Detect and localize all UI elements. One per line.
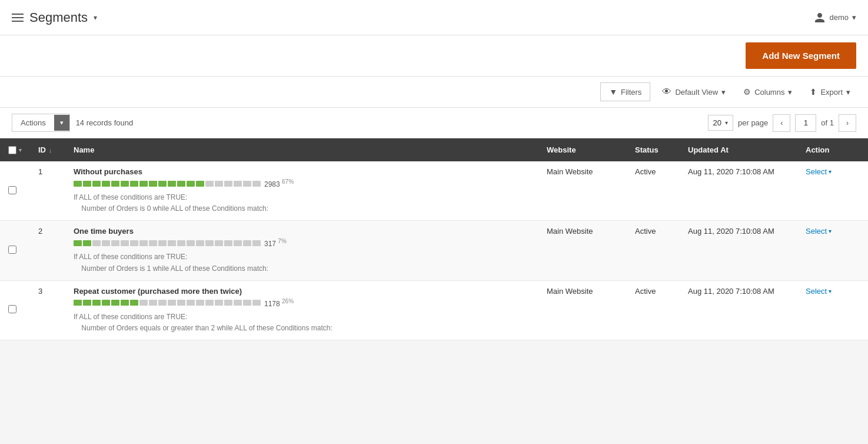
progress-bar-track [74, 240, 261, 246]
row-status: Active [627, 161, 680, 221]
columns-dropdown-arrow: ▾ [788, 88, 792, 97]
progress-empty-segment [215, 181, 223, 187]
segment-count: 2983 67% [264, 178, 294, 188]
progress-empty-segment [205, 240, 214, 246]
progress-empty-segment [252, 240, 261, 246]
page-total: of 1 [821, 118, 834, 127]
row-checkbox[interactable] [8, 186, 16, 194]
progress-empty-segment [224, 240, 232, 246]
actions-dropdown[interactable]: Actions ▾ [12, 114, 70, 132]
progress-filled-segment [83, 181, 91, 187]
row-website: Main Website [538, 221, 627, 280]
page-number-input[interactable] [795, 114, 816, 132]
segment-condition: If ALL of these conditions are TRUE: Num… [74, 312, 530, 334]
segments-table-container: ▾ ID ↓ Name Website Status Updated At Ac… [0, 138, 868, 340]
progress-empty-segment [196, 240, 204, 246]
progress-empty-segment [243, 181, 251, 187]
user-dropdown-icon[interactable]: ▾ [852, 13, 856, 22]
table-row: 3Repeat customer (purchased more then tw… [0, 280, 868, 340]
progress-empty-segment [215, 240, 223, 246]
progress-empty-segment [243, 300, 251, 306]
segment-name: One time buyers [74, 227, 530, 236]
segment-name: Repeat customer (purchased more then twi… [74, 287, 530, 296]
progress-filled-segment [130, 300, 138, 306]
per-page-selector[interactable]: 20 ▾ [708, 115, 733, 131]
progress-filled-segment [111, 181, 119, 187]
header-id[interactable]: ID ↓ [30, 138, 65, 161]
table-row: 1Without purchases2983 67%If ALL of thes… [0, 161, 868, 221]
view-dropdown-arrow: ▾ [721, 88, 726, 97]
header-checkbox-dropdown[interactable]: ▾ [19, 147, 22, 153]
id-sort-icon[interactable]: ↓ [49, 147, 52, 154]
table-row: 2One time buyers317 7%If ALL of these co… [0, 221, 868, 280]
row-id: 1 [30, 161, 65, 221]
row-checkbox[interactable] [8, 305, 16, 313]
header-updated-at: Updated At [680, 138, 797, 161]
export-button[interactable]: ⬆ Export ▾ [804, 83, 856, 101]
progress-filled-segment [111, 300, 119, 306]
progress-empty-segment [252, 300, 261, 306]
progress-empty-segment [177, 300, 185, 306]
row-updated-at: Aug 11, 2020 7:10:08 AM [680, 221, 797, 280]
hamburger-icon[interactable] [12, 14, 24, 22]
progress-empty-segment [139, 240, 148, 246]
header-status: Status [627, 138, 680, 161]
select-action-button[interactable]: Select ▾ [806, 167, 860, 176]
actions-label: Actions [12, 114, 54, 131]
header-website: Website [538, 138, 627, 161]
progress-filled-segment [102, 181, 110, 187]
row-checkbox[interactable] [8, 246, 16, 254]
progress-filled-segment [158, 181, 167, 187]
actions-bar: Actions ▾ 14 records found 20 ▾ per page… [0, 108, 868, 138]
progress-filled-segment [187, 181, 195, 187]
header-action: Action [797, 138, 868, 161]
row-action-cell: Select ▾ [797, 221, 868, 280]
row-updated-at: Aug 11, 2020 7:10:08 AM [680, 280, 797, 340]
progress-filled-segment [92, 300, 101, 306]
progress-bar-track [74, 300, 261, 306]
progress-filled-segment [121, 300, 129, 306]
row-checkbox-cell [0, 221, 30, 280]
filters-button[interactable]: ▼ Filters [600, 82, 650, 101]
header-name: Name [65, 138, 538, 161]
segments-table: ▾ ID ↓ Name Website Status Updated At Ac… [0, 138, 868, 340]
progress-empty-segment [177, 240, 185, 246]
progress-filled-segment [83, 300, 91, 306]
select-action-button[interactable]: Select ▾ [806, 227, 860, 236]
select-action-arrow: ▾ [829, 228, 832, 234]
progress-empty-segment [234, 181, 242, 187]
progress-empty-segment [243, 240, 251, 246]
filter-funnel-icon: ▼ [609, 87, 617, 97]
progress-empty-segment [92, 240, 101, 246]
progress-bar-track [74, 181, 261, 187]
select-all-checkbox[interactable] [8, 146, 16, 154]
progress-empty-segment [234, 300, 242, 306]
user-name: demo [829, 13, 849, 22]
next-page-button[interactable]: › [839, 114, 856, 132]
progress-filled-segment [121, 181, 129, 187]
actions-dropdown-arrow[interactable]: ▾ [54, 115, 69, 131]
progress-empty-segment [252, 181, 261, 187]
prev-page-button[interactable]: ‹ [773, 114, 790, 132]
add-new-segment-button[interactable]: Add New Segment [746, 42, 856, 69]
columns-button[interactable]: ⚙ Columns ▾ [737, 83, 798, 101]
progress-bar-wrap: 1178 26% [74, 298, 530, 308]
select-action-button[interactable]: Select ▾ [806, 287, 860, 296]
row-checkbox-cell [0, 280, 30, 340]
user-area[interactable]: demo ▾ [814, 12, 856, 24]
progress-filled-segment [102, 300, 110, 306]
progress-filled-segment [149, 181, 157, 187]
progress-empty-segment [130, 240, 138, 246]
table-header: ▾ ID ↓ Name Website Status Updated At Ac… [0, 138, 868, 161]
progress-empty-segment [168, 240, 176, 246]
select-action-arrow: ▾ [829, 168, 832, 175]
row-updated-at: Aug 11, 2020 7:10:08 AM [680, 161, 797, 221]
progress-empty-segment [121, 240, 129, 246]
progress-empty-segment [205, 300, 214, 306]
progress-filled-segment [177, 181, 185, 187]
user-icon [814, 12, 826, 24]
row-action-cell: Select ▾ [797, 161, 868, 221]
title-dropdown-icon[interactable]: ▾ [94, 14, 97, 22]
default-view-button[interactable]: 👁 Default View ▾ [656, 82, 731, 101]
select-action-arrow: ▾ [829, 288, 832, 294]
